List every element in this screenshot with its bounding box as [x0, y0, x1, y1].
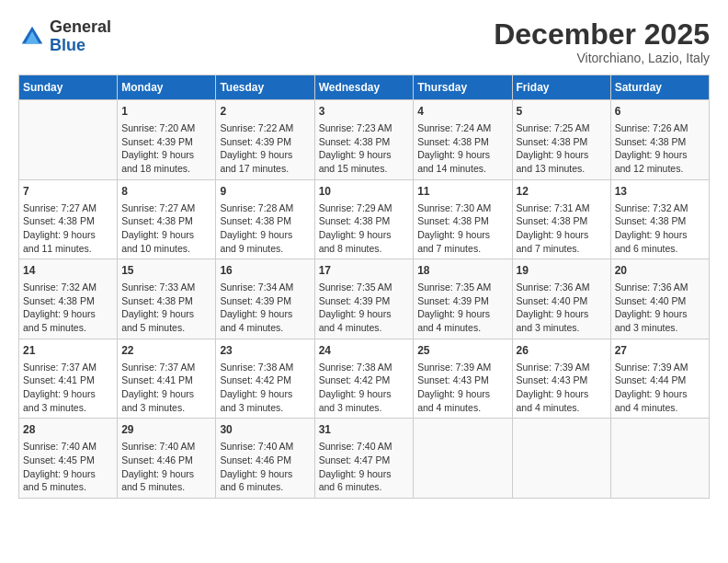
sunset-text: Sunset: 4:38 PM	[517, 135, 607, 149]
sunrise-text: Sunrise: 7:28 AM	[220, 201, 310, 215]
day-cell: 1Sunrise: 7:20 AMSunset: 4:39 PMDaylight…	[118, 100, 216, 180]
day-number: 30	[220, 422, 310, 438]
day-cell: 18Sunrise: 7:35 AMSunset: 4:39 PMDayligh…	[414, 259, 512, 339]
day-number: 13	[615, 184, 705, 200]
daylight-text: Daylight: 9 hours and 7 minutes.	[417, 228, 507, 255]
sunrise-text: Sunrise: 7:25 AM	[517, 121, 607, 135]
month-title: December 2025	[494, 18, 710, 51]
day-cell: 6Sunrise: 7:26 AMSunset: 4:38 PMDaylight…	[610, 100, 709, 180]
logo: General Blue	[18, 18, 111, 55]
title-block: December 2025 Vitorchiano, Lazio, Italy	[494, 18, 710, 65]
sunrise-text: Sunrise: 7:35 AM	[417, 281, 507, 294]
day-number: 2	[220, 104, 310, 120]
sunset-text: Sunset: 4:39 PM	[121, 135, 211, 149]
sunset-text: Sunset: 4:38 PM	[121, 214, 211, 228]
day-number: 26	[517, 343, 607, 359]
daylight-text: Daylight: 9 hours and 7 minutes.	[517, 228, 607, 255]
column-header-friday: Friday	[512, 75, 610, 100]
day-cell: 25Sunrise: 7:39 AMSunset: 4:43 PMDayligh…	[414, 339, 512, 419]
sunset-text: Sunset: 4:38 PM	[417, 214, 507, 228]
day-cell: 8Sunrise: 7:27 AMSunset: 4:38 PMDaylight…	[118, 179, 216, 259]
daylight-text: Daylight: 9 hours and 3 minutes.	[220, 387, 310, 414]
sunrise-text: Sunrise: 7:22 AM	[220, 121, 310, 135]
day-number: 15	[121, 263, 211, 279]
day-cell: 30Sunrise: 7:40 AMSunset: 4:46 PMDayligh…	[216, 419, 314, 499]
sunrise-text: Sunrise: 7:23 AM	[319, 121, 410, 135]
day-cell: 5Sunrise: 7:25 AMSunset: 4:38 PMDaylight…	[512, 100, 610, 180]
sunset-text: Sunset: 4:38 PM	[23, 214, 113, 228]
day-number: 25	[417, 343, 507, 359]
sunset-text: Sunset: 4:41 PM	[121, 373, 211, 387]
sunset-text: Sunset: 4:39 PM	[220, 294, 310, 308]
daylight-text: Daylight: 9 hours and 4 minutes.	[417, 307, 507, 334]
day-cell: 26Sunrise: 7:39 AMSunset: 4:43 PMDayligh…	[512, 339, 610, 419]
sunrise-text: Sunrise: 7:32 AM	[615, 201, 705, 215]
day-number: 1	[121, 104, 211, 120]
sunrise-text: Sunrise: 7:24 AM	[417, 121, 507, 135]
day-cell: 12Sunrise: 7:31 AMSunset: 4:38 PMDayligh…	[512, 179, 610, 259]
sunset-text: Sunset: 4:46 PM	[220, 454, 310, 467]
daylight-text: Daylight: 9 hours and 13 minutes.	[517, 148, 607, 175]
daylight-text: Daylight: 9 hours and 3 minutes.	[319, 387, 410, 414]
daylight-text: Daylight: 9 hours and 4 minutes.	[517, 387, 607, 414]
sunrise-text: Sunrise: 7:35 AM	[319, 281, 410, 294]
day-cell: 24Sunrise: 7:38 AMSunset: 4:42 PMDayligh…	[314, 339, 414, 419]
day-number: 24	[319, 343, 410, 359]
day-cell: 19Sunrise: 7:36 AMSunset: 4:40 PMDayligh…	[512, 259, 610, 339]
daylight-text: Daylight: 9 hours and 9 minutes.	[220, 228, 310, 255]
sunrise-text: Sunrise: 7:39 AM	[417, 361, 507, 374]
sunset-text: Sunset: 4:40 PM	[517, 294, 607, 308]
day-number: 11	[417, 184, 507, 200]
page-header: General Blue December 2025 Vitorchiano, …	[18, 18, 710, 65]
daylight-text: Daylight: 9 hours and 3 minutes.	[23, 387, 113, 414]
day-number: 12	[517, 184, 607, 200]
sunset-text: Sunset: 4:43 PM	[517, 373, 607, 387]
sunset-text: Sunset: 4:40 PM	[615, 294, 705, 308]
daylight-text: Daylight: 9 hours and 3 minutes.	[517, 307, 607, 334]
day-cell: 9Sunrise: 7:28 AMSunset: 4:38 PMDaylight…	[216, 179, 314, 259]
daylight-text: Daylight: 9 hours and 6 minutes.	[220, 467, 310, 494]
sunrise-text: Sunrise: 7:40 AM	[319, 440, 410, 454]
daylight-text: Daylight: 9 hours and 4 minutes.	[615, 387, 705, 414]
sunset-text: Sunset: 4:38 PM	[319, 135, 410, 149]
week-row-5: 28Sunrise: 7:40 AMSunset: 4:45 PMDayligh…	[19, 419, 710, 499]
day-number: 14	[23, 263, 113, 279]
calendar-table: SundayMondayTuesdayWednesdayThursdayFrid…	[18, 75, 710, 499]
sunset-text: Sunset: 4:39 PM	[319, 294, 410, 308]
day-number: 28	[23, 422, 113, 438]
day-number: 6	[615, 104, 705, 120]
column-header-wednesday: Wednesday	[314, 75, 414, 100]
sunset-text: Sunset: 4:38 PM	[23, 294, 113, 308]
week-row-4: 21Sunrise: 7:37 AMSunset: 4:41 PMDayligh…	[19, 339, 710, 419]
sunset-text: Sunset: 4:46 PM	[121, 454, 211, 467]
day-cell: 2Sunrise: 7:22 AMSunset: 4:39 PMDaylight…	[216, 100, 314, 180]
sunrise-text: Sunrise: 7:38 AM	[319, 361, 410, 374]
day-number: 21	[23, 343, 113, 359]
daylight-text: Daylight: 9 hours and 18 minutes.	[121, 148, 211, 175]
sunset-text: Sunset: 4:47 PM	[319, 454, 410, 467]
sunrise-text: Sunrise: 7:38 AM	[220, 361, 310, 374]
day-cell	[512, 419, 610, 499]
day-cell: 17Sunrise: 7:35 AMSunset: 4:39 PMDayligh…	[314, 259, 414, 339]
day-cell	[610, 419, 709, 499]
day-number: 4	[417, 104, 507, 120]
day-number: 20	[615, 263, 705, 279]
daylight-text: Daylight: 9 hours and 4 minutes.	[417, 387, 507, 414]
sunset-text: Sunset: 4:45 PM	[23, 454, 113, 467]
daylight-text: Daylight: 9 hours and 14 minutes.	[417, 148, 507, 175]
sunset-text: Sunset: 4:39 PM	[417, 294, 507, 308]
daylight-text: Daylight: 9 hours and 3 minutes.	[615, 307, 705, 334]
day-cell: 23Sunrise: 7:38 AMSunset: 4:42 PMDayligh…	[216, 339, 314, 419]
logo-text: General Blue	[50, 18, 111, 55]
day-cell: 21Sunrise: 7:37 AMSunset: 4:41 PMDayligh…	[19, 339, 118, 419]
day-number: 23	[220, 343, 310, 359]
sunrise-text: Sunrise: 7:40 AM	[220, 440, 310, 454]
sunrise-text: Sunrise: 7:39 AM	[615, 361, 705, 374]
sunrise-text: Sunrise: 7:32 AM	[23, 281, 113, 294]
daylight-text: Daylight: 9 hours and 3 minutes.	[121, 387, 211, 414]
week-row-3: 14Sunrise: 7:32 AMSunset: 4:38 PMDayligh…	[19, 259, 710, 339]
sunset-text: Sunset: 4:38 PM	[417, 135, 507, 149]
sunset-text: Sunset: 4:44 PM	[615, 373, 705, 387]
sunset-text: Sunset: 4:42 PM	[220, 373, 310, 387]
sunrise-text: Sunrise: 7:31 AM	[517, 201, 607, 215]
